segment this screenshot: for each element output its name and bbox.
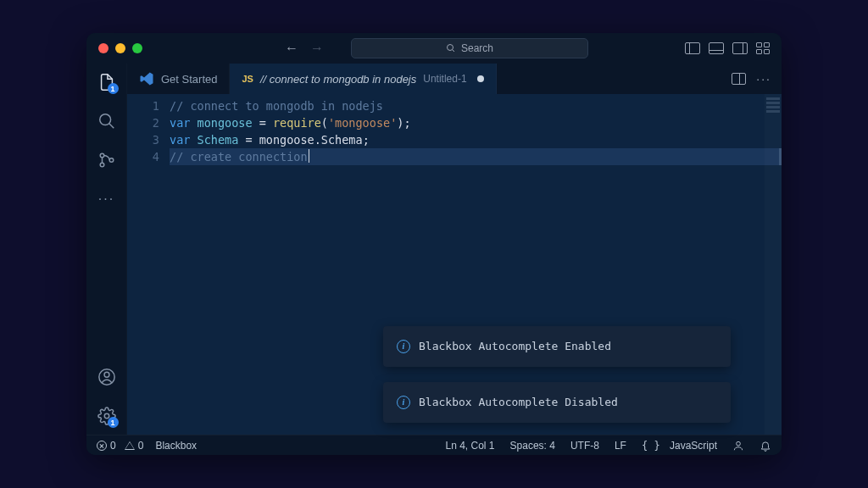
info-icon: i — [397, 340, 410, 353]
tab-active-title: // connect to mongodb in nodejs — [260, 73, 416, 86]
svg-point-5 — [100, 163, 104, 167]
status-problems[interactable]: 0 0 — [97, 440, 143, 452]
status-warning-count: 0 — [138, 440, 144, 452]
code-content[interactable]: // connect to mongodb in nodejs var mong… — [170, 94, 782, 435]
tab-bar: Get Started JS // connect to mongodb in … — [127, 64, 782, 94]
nav-back-icon[interactable]: ← — [285, 41, 298, 56]
code-line: // connect to mongodb in nodejs — [170, 97, 782, 114]
maximize-window-button[interactable] — [132, 43, 142, 53]
status-extension[interactable]: Blackbox — [155, 440, 197, 452]
nav-forward-icon[interactable]: → — [310, 41, 324, 56]
split-editor-icon[interactable] — [732, 73, 746, 85]
line-number: 1 — [127, 97, 159, 114]
status-eol[interactable]: LF — [615, 440, 626, 452]
svg-line-1 — [452, 50, 454, 53]
notification-text: Blackbox Autocomplete Disabled — [419, 394, 618, 411]
vscode-logo-icon — [139, 71, 154, 86]
status-extension-label: Blackbox — [155, 440, 197, 452]
js-lang-badge: JS — [242, 74, 253, 84]
layout-controls — [685, 42, 770, 54]
toggle-panel-icon[interactable] — [709, 42, 724, 54]
tab-active-subtitle: Untitled-1 — [423, 73, 466, 85]
status-encoding[interactable]: UTF-8 — [570, 440, 599, 452]
line-number: 4 — [127, 148, 159, 165]
explorer-badge: 1 — [108, 83, 119, 94]
vscode-window: ← → Search 1 ··· — [86, 33, 782, 455]
tab-get-started[interactable]: Get Started — [127, 64, 230, 94]
main-area: 1 ··· 1 Get Started — [86, 64, 782, 435]
notifications: i Blackbox Autocomplete Enabled i Blackb… — [383, 326, 731, 423]
search-panel-icon[interactable] — [97, 111, 117, 131]
toggle-primary-sidebar-icon[interactable] — [685, 42, 700, 54]
braces-icon: { } — [642, 440, 660, 452]
notification-text: Blackbox Autocomplete Enabled — [419, 338, 611, 355]
settings-badge: 1 — [108, 417, 119, 428]
customize-layout-icon[interactable] — [756, 42, 770, 54]
info-icon: i — [397, 396, 410, 409]
activity-bar: 1 ··· 1 — [86, 64, 127, 435]
status-indent[interactable]: Spaces: 4 — [510, 440, 555, 452]
tab-dirty-indicator — [477, 75, 484, 82]
code-line: var Schema = mongoose.Schema; — [170, 131, 782, 148]
svg-point-8 — [104, 372, 109, 377]
error-icon — [97, 441, 107, 451]
status-bell-icon[interactable] — [760, 440, 771, 452]
status-cursor-pos[interactable]: Ln 4, Col 1 — [446, 440, 495, 452]
editor-tab-actions: ··· — [732, 64, 782, 94]
line-number: 2 — [127, 114, 159, 131]
notification-enabled[interactable]: i Blackbox Autocomplete Enabled — [383, 326, 731, 367]
toggle-secondary-sidebar-icon[interactable] — [732, 42, 748, 54]
svg-point-0 — [447, 45, 453, 51]
settings-icon[interactable]: 1 — [97, 406, 117, 426]
command-search[interactable]: Search — [351, 38, 588, 58]
source-control-icon[interactable] — [97, 150, 117, 170]
svg-point-4 — [100, 153, 104, 158]
title-bar: ← → Search — [86, 33, 782, 64]
nav-arrows: ← → — [285, 41, 324, 56]
tab-untitled-1[interactable]: JS // connect to mongodb in nodejs Untit… — [230, 64, 496, 94]
explorer-icon[interactable]: 1 — [97, 72, 117, 92]
window-controls — [98, 43, 142, 53]
warning-icon — [125, 441, 135, 450]
minimap[interactable] — [765, 94, 782, 435]
status-language[interactable]: { } JavaScript — [642, 440, 717, 452]
line-number-gutter: 1 2 3 4 — [127, 94, 170, 435]
notification-disabled[interactable]: i Blackbox Autocomplete Disabled — [383, 382, 731, 423]
code-line-active: // create connection — [170, 148, 782, 165]
svg-point-2 — [99, 114, 110, 125]
tab-get-started-label: Get Started — [161, 73, 217, 86]
status-bar: 0 0 Blackbox Ln 4, Col 1 Spaces: 4 UTF-8… — [86, 435, 782, 455]
svg-line-3 — [108, 124, 114, 129]
search-placeholder: Search — [461, 42, 493, 54]
cursor-icon — [309, 149, 310, 163]
minimize-window-button[interactable] — [115, 43, 125, 53]
status-feedback-icon[interactable] — [732, 440, 744, 452]
line-number: 3 — [127, 131, 159, 148]
accounts-icon[interactable] — [97, 367, 117, 387]
svg-point-9 — [104, 413, 109, 419]
more-actions-icon[interactable]: ··· — [97, 189, 117, 209]
code-line: var mongoose = require('mongoose'); — [170, 114, 782, 131]
editor-more-icon[interactable]: ··· — [756, 72, 771, 86]
code-editor[interactable]: 1 2 3 4 // connect to mongodb in nodejs … — [127, 94, 782, 435]
search-icon — [446, 43, 456, 53]
svg-point-10 — [737, 441, 741, 446]
status-error-count: 0 — [110, 440, 116, 452]
editor-column: Get Started JS // connect to mongodb in … — [127, 64, 782, 435]
close-window-button[interactable] — [98, 43, 108, 53]
